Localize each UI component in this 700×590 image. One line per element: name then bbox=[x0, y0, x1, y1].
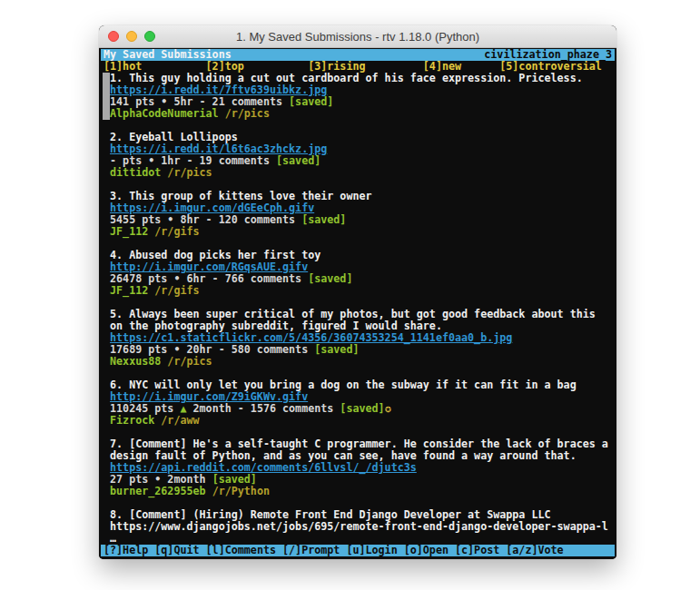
gilded-icon: ✪ bbox=[385, 402, 391, 415]
submission-5[interactable]: 5. Always been super critical of my phot… bbox=[104, 309, 608, 368]
submission-byline: dittidot/r/pics bbox=[110, 167, 608, 179]
terminal-window: 1. My Saved Submissions - rtv 1.18.0 (Py… bbox=[99, 25, 616, 559]
tab-controversial[interactable]: [5]controversial bbox=[499, 61, 602, 73]
subreddit-name: /r/pics bbox=[167, 355, 212, 368]
saved-badge: [saved] bbox=[276, 154, 320, 167]
author-name: AlphaCodeNumerial bbox=[110, 107, 219, 120]
submission-byline: AlphaCodeNumerial/r/pics bbox=[110, 108, 608, 120]
submission-4[interactable]: 4. Abused dog picks her first toy http:/… bbox=[104, 250, 608, 297]
author-name: JF_112 bbox=[110, 225, 148, 238]
tab-hot[interactable]: [1]hot bbox=[104, 61, 142, 73]
submission-byline: burner_262955eb/r/Python bbox=[110, 486, 608, 497]
saved-badge: [saved] bbox=[314, 343, 359, 356]
subreddit-name: /r/pics bbox=[225, 107, 270, 120]
submission-7[interactable]: 7. [Comment] He's a self-taught C progra… bbox=[104, 438, 608, 497]
submission-title: 5. Always been super critical of my phot… bbox=[110, 309, 608, 332]
submission-2[interactable]: 2. Eyeball Lollipops https://i.redd.it/l… bbox=[104, 132, 608, 179]
saved-badge: [saved] bbox=[289, 95, 333, 108]
tab-new[interactable]: [4]new bbox=[423, 61, 461, 73]
author-name: Nexxus88 bbox=[110, 355, 161, 368]
subreddit-name: /r/gifs bbox=[154, 225, 199, 238]
submission-8[interactable]: 8. [Comment] (Hiring) Remote Front End D… bbox=[104, 509, 608, 545]
subreddit-name: /r/aww bbox=[161, 414, 199, 427]
saved-badge: [saved] bbox=[308, 272, 352, 285]
submission-list: 1. This guy holding a cut out cardboard … bbox=[101, 73, 611, 545]
submission-byline: JF_112/r/gifs bbox=[110, 285, 608, 297]
submission-6[interactable]: 6. NYC will only let you bring a dog on … bbox=[104, 379, 608, 427]
submission-3[interactable]: 3. This group of kittens love their owne… bbox=[104, 191, 608, 238]
author-name: dittidot bbox=[110, 166, 161, 179]
window-title: 1. My Saved Submissions - rtv 1.18.0 (Py… bbox=[99, 30, 616, 44]
subreddit-name: /r/pics bbox=[167, 166, 212, 179]
window-titlebar[interactable]: 1. My Saved Submissions - rtv 1.18.0 (Py… bbox=[99, 25, 616, 48]
submission-byline: JF_112/r/gifs bbox=[110, 226, 608, 238]
truncation-ellipsis: … bbox=[110, 533, 608, 545]
subreddit-name: /r/Python bbox=[212, 485, 270, 497]
sort-tab-bar: [1]hot [2]top [3]rising [4]new [5]contro… bbox=[101, 61, 615, 73]
submission-byline: Nexxus88/r/pics bbox=[110, 356, 608, 368]
saved-badge: [saved] bbox=[301, 213, 346, 226]
command-bar: [?]Help [q]Quit [l]Comments [/]Prompt [u… bbox=[101, 545, 615, 556]
command-hints: [?]Help [q]Quit [l]Comments [/]Prompt [u… bbox=[104, 545, 564, 556]
terminal-screen: My Saved Submissions civilization_phaze_… bbox=[99, 48, 616, 559]
submission-title: 7. [Comment] He's a self-taught C progra… bbox=[110, 438, 608, 462]
author-name: burner_262955eb bbox=[110, 485, 206, 497]
saved-badge: [saved] bbox=[212, 473, 257, 486]
tab-top[interactable]: [2]top bbox=[206, 61, 244, 73]
subreddit-name: /r/gifs bbox=[154, 284, 199, 297]
submission-1[interactable]: 1. This guy holding a cut out cardboard … bbox=[104, 73, 608, 120]
author-name: Fizrock bbox=[110, 414, 154, 427]
submission-byline: Fizrock/r/aww bbox=[110, 415, 608, 427]
saved-badge: [saved] bbox=[340, 402, 384, 415]
submission-title: 8. [Comment] (Hiring) Remote Front End D… bbox=[110, 509, 608, 533]
tab-rising[interactable]: [3]rising bbox=[308, 61, 365, 73]
author-name: JF_112 bbox=[110, 284, 148, 297]
